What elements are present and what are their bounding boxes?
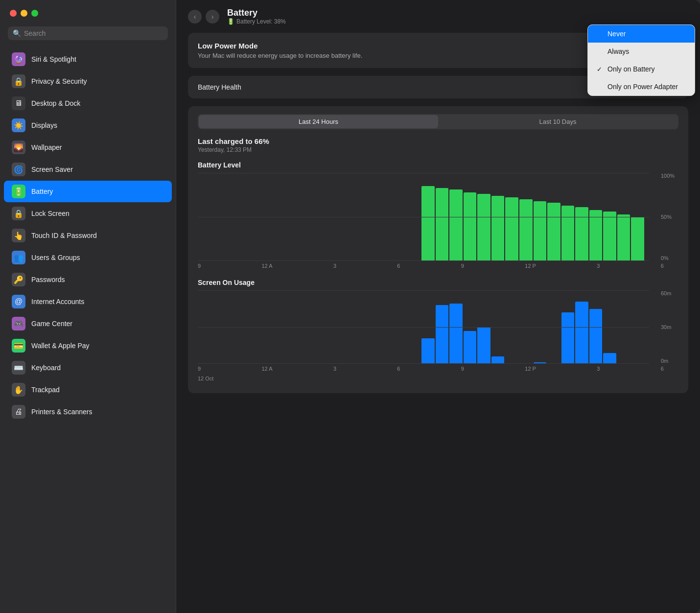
sidebar-item-wallpaper[interactable]: 🌄Wallpaper [4,137,172,158]
usage-bar-24 [534,362,547,364]
sidebar-item-label-displays: Displays [31,121,57,129]
usage-x-label-4: 9 [461,366,464,372]
battery-x-label-6: 3 [597,263,600,269]
usage-bars-container [198,290,644,364]
battery-bar-24 [534,201,547,261]
usage-x-label-5: 12 P [525,366,536,372]
last-charged-subtitle: Yesterday, 12:33 PM [198,146,678,153]
battery-bar-30 [617,214,630,261]
dropdown-menu: NeverAlways✓Only on BatteryOnly on Power… [587,24,695,96]
usage-x-label-2: 3 [333,366,336,372]
battery-bar-31 [631,217,644,261]
sidebar-item-desktop-dock[interactable]: 🖥Desktop & Dock [4,93,172,114]
battery-x-label-3: 6 [397,263,400,269]
forward-button[interactable]: › [206,10,219,24]
battery-icon-inline: 🔋 [227,18,234,25]
charge-info: Last charged to 66% Yesterday, 12:33 PM [198,137,678,153]
dropdown-item-3[interactable]: Only on Power Adapter [588,78,695,95]
sidebar-item-trackpad[interactable]: ✋Trackpad [4,379,172,401]
usage-y-label-60m: 60m [661,290,677,296]
sidebar-item-lock-screen[interactable]: 🔒Lock Screen [4,203,172,224]
sidebar-item-passwords[interactable]: 🔑Passwords [4,269,172,290]
privacy-security-icon: 🔒 [12,74,25,88]
low-power-description: Your Mac will reduce energy usage to inc… [198,52,362,59]
battery-bar-17 [436,188,449,261]
sidebar-item-keyboard[interactable]: ⌨️Keyboard [4,357,172,378]
usage-bar-18 [449,304,463,364]
usage-x-label-1: 12 A [261,366,272,372]
usage-x-label-7: 6 [661,366,664,372]
sidebar-item-battery[interactable]: 🔋Battery [4,181,172,202]
sidebar-item-users-groups[interactable]: 👥Users & Groups [4,247,172,268]
screen-saver-icon: 🌀 [12,163,25,176]
low-power-text: Low Power Mode Your Mac will reduce ener… [198,42,362,59]
battery-x-labels: 912 A36912 P36 [198,261,678,271]
users-groups-icon: 👥 [12,251,25,264]
sidebar-item-displays[interactable]: ☀️Displays [4,115,172,136]
sidebar-item-privacy-security[interactable]: 🔒Privacy & Security [4,71,172,92]
usage-bar-21 [491,356,505,364]
wallpaper-icon: 🌄 [12,141,25,154]
dropdown-item-label-1: Always [607,47,629,55]
maximize-button[interactable] [31,10,38,17]
battery-bar-27 [575,207,588,261]
screen-on-usage-chart-wrapper: 60m 30m 0m 912 A36912 P36 12 Oct [198,290,678,381]
sidebar-item-game-center[interactable]: 🎮Game Center [4,313,172,334]
touch-id-icon: 👆 [12,229,25,242]
usage-bar-20 [477,327,490,364]
close-button[interactable] [10,10,17,17]
back-button[interactable]: ‹ [188,10,202,24]
trackpad-icon: ✋ [12,383,25,397]
tab-last-10-days[interactable]: Last 10 Days [438,115,677,128]
screen-on-usage-chart-title: Screen On Usage [198,279,678,286]
y-label-50: 50% [661,214,677,220]
search-icon: 🔍 [13,29,21,37]
battery-bar-18 [449,189,463,261]
search-input[interactable] [24,29,163,37]
usage-bar-26 [561,312,575,364]
time-tabs: Last 24 Hours Last 10 Days [198,114,678,129]
sidebar-item-touch-id[interactable]: 👆Touch ID & Password [4,225,172,246]
dropdown-item-label-3: Only on Power Adapter [607,83,678,91]
dropdown-item-2[interactable]: ✓Only on Battery [588,60,695,78]
page-subtitle: 🔋 Battery Level: 38% [227,18,286,25]
internet-accounts-icon: @ [12,295,25,308]
usage-bar-28 [589,309,603,364]
sidebar-item-label-touch-id: Touch ID & Password [31,232,97,239]
battery-level-chart-wrapper: 100% 50% 0% 912 A36912 P36 [198,173,678,271]
sidebar-item-label-lock-screen: Lock Screen [31,210,70,217]
checkmark-2: ✓ [597,66,604,73]
battery-bar-16 [421,186,435,261]
dropdown-item-0[interactable]: Never [588,25,695,43]
dropdown-item-label-0: Never [607,30,626,38]
sidebar-item-label-desktop-dock: Desktop & Dock [31,99,80,107]
sidebar-item-internet-accounts[interactable]: @Internet Accounts [4,291,172,312]
sidebar-item-screen-saver[interactable]: 🌀Screen Saver [4,159,172,180]
sidebar-item-printers[interactable]: 🖨Printers & Scanners [4,401,172,423]
lock-screen-icon: 🔒 [12,207,25,220]
sidebar-item-siri-spotlight[interactable]: 🔮Siri & Spotlight [4,48,172,70]
battery-x-label-7: 6 [661,263,664,269]
sidebar-item-label-passwords: Passwords [31,276,65,283]
sidebar-item-label-wallpaper: Wallpaper [31,143,62,151]
battery-bar-21 [491,196,505,261]
dropdown-item-1[interactable]: Always [588,43,695,60]
sidebar-item-label-battery: Battery [31,188,53,195]
traffic-lights [0,10,176,26]
sidebar-item-wallet[interactable]: 💳Wallet & Apple Pay [4,335,172,356]
usage-bar-29 [603,353,616,364]
y-label-0: 0% [661,255,677,261]
search-bar[interactable]: 🔍 [8,26,168,40]
battery-bar-29 [603,212,616,261]
tab-last-24-hours[interactable]: Last 24 Hours [199,115,438,128]
usage-x-label-0: 9 [198,366,201,372]
sidebar-item-label-internet-accounts: Internet Accounts [31,298,84,306]
usage-x-labels: 912 A36912 P36 [198,364,678,374]
sidebar-item-label-screen-saver: Screen Saver [31,165,73,173]
sidebar-item-label-privacy-security: Privacy & Security [31,77,87,85]
sidebar-item-label-game-center: Game Center [31,320,72,328]
minimize-button[interactable] [21,10,27,17]
sidebar: 🔍 🔮Siri & Spotlight🔒Privacy & Security🖥D… [0,0,176,613]
y-label-100: 100% [661,173,677,179]
sidebar-item-label-siri-spotlight: Siri & Spotlight [31,55,76,63]
